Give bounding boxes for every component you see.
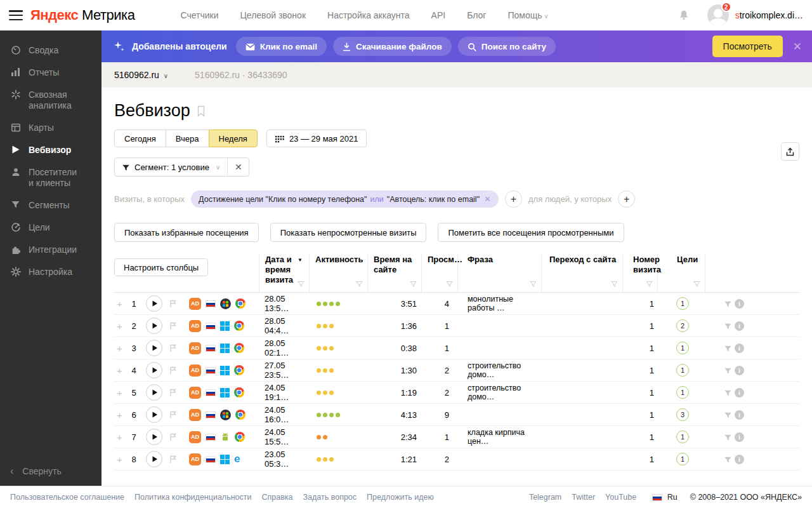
add-people-condition-button[interactable]: +	[618, 190, 635, 208]
banner-pill-search[interactable]: Поиск по сайту	[458, 37, 556, 56]
column-filter-icon[interactable]	[298, 279, 304, 289]
column-filter-icon[interactable]	[410, 279, 417, 289]
play-visit-button[interactable]	[146, 318, 162, 334]
play-visit-button[interactable]	[146, 429, 162, 445]
footer-link-privacy[interactable]: Политика конфиденциальности	[134, 493, 251, 502]
flag-icon[interactable]	[169, 322, 177, 330]
row-filter-icon[interactable]	[724, 387, 732, 397]
visit-datetime[interactable]: 28.05 02:1…	[259, 338, 310, 358]
goals-badge[interactable]: 3	[676, 408, 689, 421]
sidebar-item-segments[interactable]: Сегменты	[0, 194, 102, 217]
info-icon[interactable]: i	[735, 321, 744, 331]
export-button[interactable]	[781, 142, 799, 161]
expand-row-button[interactable]: +	[117, 343, 126, 354]
info-icon[interactable]: i	[735, 344, 744, 353]
expand-row-button[interactable]: +	[117, 410, 126, 420]
language-selector[interactable]: Ru	[667, 493, 678, 502]
info-icon[interactable]: i	[735, 432, 744, 442]
column-header-time[interactable]: Время на сайте	[368, 253, 422, 292]
column-header-views[interactable]: Просм…	[422, 253, 458, 292]
avatar[interactable]: 2	[707, 4, 729, 26]
sidebar-item-maps[interactable]: Карты	[0, 117, 102, 139]
nav-counters[interactable]: Счетчики	[180, 10, 218, 20]
configure-columns-button[interactable]: Настроить столбцы	[114, 258, 208, 276]
chip-close-icon[interactable]: ✕	[484, 194, 491, 204]
play-visit-button[interactable]	[146, 384, 162, 401]
info-icon[interactable]: i	[735, 455, 744, 464]
sidebar-collapse-button[interactable]: ‹ Свернуть	[10, 465, 62, 477]
site-selector[interactable]: 5160962.ru ∨	[114, 70, 168, 80]
column-header-goals[interactable]: Цели	[658, 253, 705, 292]
info-icon[interactable]: i	[735, 410, 744, 420]
footer-link-suggest-idea[interactable]: Предложить идею	[367, 493, 434, 502]
expand-row-button[interactable]: +	[117, 387, 126, 398]
nav-blog[interactable]: Блог	[467, 10, 486, 20]
nav-help[interactable]: Помощь∨	[508, 10, 548, 20]
sidebar-item-settings[interactable]: Настройка	[0, 261, 102, 283]
expand-row-button[interactable]: +	[117, 321, 126, 331]
goals-badge[interactable]: 2	[676, 319, 689, 332]
bell-icon[interactable]	[678, 10, 690, 22]
column-filter-icon[interactable]	[646, 279, 653, 289]
column-header-activity[interactable]: Активность	[310, 253, 368, 292]
nav-account-settings[interactable]: Настройка аккаунта	[327, 10, 410, 20]
play-visit-button[interactable]	[146, 451, 162, 467]
flag-icon[interactable]	[169, 344, 177, 352]
column-header-visit-number[interactable]: Номер визита	[623, 253, 658, 292]
sidebar-item-integrations[interactable]: Интеграции	[0, 239, 102, 261]
flag-icon[interactable]	[169, 389, 177, 397]
date-range-button[interactable]: 23 — 29 мая 2021	[266, 130, 367, 147]
play-visit-button[interactable]	[146, 406, 162, 423]
visit-datetime[interactable]: 24.05 19:1…	[259, 383, 310, 402]
row-filter-icon[interactable]	[724, 298, 732, 308]
row-filter-icon[interactable]	[724, 454, 732, 464]
banner-view-button[interactable]: Посмотреть	[712, 36, 783, 57]
visit-datetime[interactable]: 24.05 15:5…	[259, 427, 310, 446]
column-filter-icon[interactable]	[611, 279, 618, 289]
account-name[interactable]: stroikomplex.di…	[735, 10, 803, 20]
row-filter-icon[interactable]	[724, 410, 732, 419]
column-filter-icon[interactable]	[693, 279, 700, 289]
show-unviewed-button[interactable]: Показать непросмотренные визиты	[270, 223, 427, 242]
sidebar-item-cross-analytics[interactable]: Сквознаяаналитика	[0, 84, 102, 117]
goals-badge[interactable]: 1	[676, 453, 689, 465]
flag-icon[interactable]	[169, 366, 177, 375]
segment-clear-button[interactable]: ✕	[227, 158, 249, 176]
expand-row-button[interactable]: +	[117, 454, 126, 465]
goals-badge[interactable]: 1	[676, 386, 689, 399]
visit-datetime[interactable]: 27.05 23:5…	[259, 361, 310, 380]
banner-pill-email[interactable]: Клик по email	[236, 37, 327, 56]
info-icon[interactable]: i	[735, 299, 744, 309]
flag-icon[interactable]	[169, 433, 177, 441]
visit-datetime[interactable]: 23.05 05:3…	[259, 450, 310, 469]
column-filter-icon[interactable]	[530, 279, 537, 289]
banner-pill-download[interactable]: Скачивание файлов	[333, 37, 452, 56]
sidebar-item-goals[interactable]: Цели	[0, 217, 102, 239]
play-visit-button[interactable]	[146, 340, 162, 356]
play-visit-button[interactable]	[146, 295, 162, 312]
info-icon[interactable]: i	[735, 366, 744, 375]
visit-datetime[interactable]: 24.05 16:0…	[259, 405, 310, 424]
info-icon[interactable]: i	[735, 388, 744, 398]
flag-icon[interactable]	[169, 455, 177, 464]
footer-link-twitter[interactable]: Twitter	[572, 493, 595, 502]
column-header-date[interactable]: Дата и время визита ▼	[259, 253, 310, 292]
tab-today[interactable]: Сегодня	[114, 130, 166, 147]
goals-badge[interactable]: 1	[676, 342, 689, 354]
footer-link-user-agreement[interactable]: Пользовательское соглашение	[10, 493, 124, 502]
tab-week[interactable]: Неделя	[209, 130, 258, 147]
sidebar-item-reports[interactable]: Отчеты	[0, 62, 102, 84]
row-filter-icon[interactable]	[724, 343, 732, 352]
goals-badge[interactable]: 1	[676, 297, 689, 310]
close-icon[interactable]: ✕	[793, 40, 802, 53]
goal-filter-chip[interactable]: Достижение цели "Клик по номеру телефона…	[191, 190, 499, 208]
add-visit-condition-button[interactable]: +	[505, 190, 522, 208]
column-filter-icon[interactable]	[446, 279, 453, 289]
menu-icon[interactable]	[9, 10, 23, 20]
tab-yesterday[interactable]: Вчера	[166, 130, 209, 147]
expand-row-button[interactable]: +	[117, 365, 126, 376]
nav-target-call[interactable]: Целевой звонок	[240, 10, 306, 20]
column-header-phrase[interactable]: Фраза	[458, 253, 542, 292]
footer-link-telegram[interactable]: Telegram	[529, 493, 561, 502]
goals-badge[interactable]: 1	[676, 364, 689, 377]
